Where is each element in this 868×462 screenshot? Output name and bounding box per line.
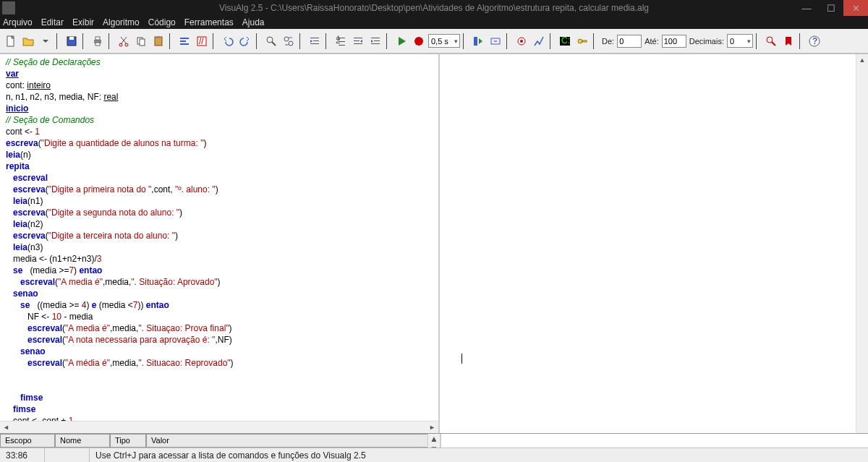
new-file-icon[interactable] [3, 33, 19, 49]
step-icon[interactable] [470, 33, 486, 49]
col-nome[interactable]: Nome [55, 434, 110, 448]
status-hint: Use Ctrl+J para acessar a lista de coman… [90, 448, 868, 462]
vartable-scrollbar[interactable]: ▲▼ [427, 434, 440, 448]
editor-pane: // Seção de Declarações var cont: inteir… [0, 54, 440, 433]
window-controls: — ☐ ✕ [794, 0, 868, 16]
svg-rect-14 [180, 43, 189, 45]
status-cell-2 [45, 448, 90, 462]
run-icon[interactable] [393, 33, 409, 49]
output-pane[interactable]: ▲ [440, 54, 868, 433]
svg-rect-28 [339, 45, 345, 46]
menu-exibir[interactable]: Exibir [72, 17, 94, 27]
delay-combo[interactable]: 0,5 s [428, 34, 460, 48]
svg-rect-33 [374, 40, 380, 41]
titlebar: VisuAlg 2.5 - C:\Users\RaissaHonorato\De… [0, 0, 868, 16]
menu-codigo[interactable]: Código [148, 17, 176, 27]
svg-rect-11 [157, 36, 160, 38]
dos-window-icon[interactable]: C: [557, 33, 573, 49]
svg-text:?: ? [812, 36, 817, 46]
output-v-scrollbar[interactable]: ▲ [856, 54, 868, 433]
col-escopo[interactable]: Escopo [0, 434, 55, 448]
svg-rect-27 [339, 41, 345, 42]
undo-icon[interactable] [220, 33, 236, 49]
minimize-button[interactable]: — [794, 0, 819, 16]
svg-point-42 [578, 39, 582, 43]
svg-rect-36 [474, 37, 477, 46]
vartable-right-gap [440, 434, 868, 448]
col-valor[interactable]: Valor [146, 434, 427, 448]
key-icon[interactable] [574, 33, 590, 49]
open-file-icon[interactable] [20, 33, 36, 49]
svg-text://: // [199, 36, 204, 46]
svg-point-35 [414, 37, 423, 46]
save-icon[interactable] [64, 33, 80, 49]
svg-point-20 [289, 41, 293, 46]
breakpoint-icon[interactable] [514, 33, 529, 49]
col-tipo[interactable]: Tipo [110, 434, 146, 448]
editor-h-scrollbar[interactable]: ◄► [0, 421, 438, 433]
svg-rect-21 [310, 38, 319, 38]
comment-icon[interactable]: // [194, 33, 210, 49]
svg-rect-2 [69, 37, 74, 40]
label-de: De: [602, 37, 614, 46]
output-cursor [461, 354, 462, 364]
svg-point-44 [767, 37, 773, 43]
svg-point-39 [520, 40, 523, 43]
svg-line-18 [272, 42, 276, 46]
help-icon[interactable]: ? [807, 33, 822, 49]
svg-rect-32 [371, 38, 380, 38]
paste-icon[interactable] [150, 33, 166, 49]
menubar: Arquivo Editar Exibir Algoritmo Código F… [0, 16, 868, 29]
variable-table: Escopo Nome Tipo Valor ▲▼ [0, 433, 868, 448]
stop-icon[interactable] [411, 33, 427, 49]
toolbar: // 12 0,5 s C: De: Até: Decimais: 0 ? [0, 29, 868, 54]
svg-rect-30 [354, 40, 359, 41]
label-ate: Até: [644, 37, 659, 46]
format-icon[interactable] [176, 33, 192, 49]
outdent-icon[interactable] [350, 33, 366, 49]
indent-icon[interactable] [367, 33, 383, 49]
menu-ajuda[interactable]: Ajuda [242, 17, 265, 27]
svg-rect-4 [95, 37, 100, 40]
print-icon[interactable] [90, 33, 106, 49]
main-area: // Seção de Declarações var cont: inteir… [0, 54, 868, 433]
svg-rect-12 [180, 38, 189, 39]
trace-icon[interactable] [531, 33, 547, 49]
bookmark-icon[interactable] [780, 33, 796, 49]
svg-rect-26 [339, 38, 345, 38]
copy-icon[interactable] [133, 33, 149, 49]
indent-right-icon[interactable] [307, 33, 323, 49]
dropdown-icon[interactable] [38, 33, 54, 49]
svg-rect-29 [354, 38, 362, 38]
menu-ferramentas[interactable]: Ferramentas [184, 17, 234, 27]
svg-point-17 [267, 37, 273, 43]
zoom-icon[interactable] [763, 33, 779, 49]
svg-point-19 [284, 37, 289, 41]
app-icon [2, 1, 15, 14]
input-de[interactable] [617, 35, 642, 48]
svg-text:2: 2 [336, 35, 341, 46]
svg-text:C:: C: [561, 35, 570, 46]
numbered-list-icon[interactable]: 12 [333, 33, 349, 49]
input-ate[interactable] [662, 35, 686, 48]
code-editor[interactable]: // Seção de Declarações var cont: inteir… [0, 54, 438, 421]
close-button[interactable]: ✕ [843, 0, 868, 16]
menu-arquivo[interactable]: Arquivo [3, 17, 33, 27]
svg-rect-34 [371, 43, 380, 44]
redo-icon[interactable] [237, 33, 253, 49]
input-decimais[interactable]: 0 [727, 34, 753, 48]
window-title: VisuAlg 2.5 - C:\Users\RaissaHonorato\De… [219, 3, 649, 13]
replace-icon[interactable] [281, 33, 297, 49]
step-over-icon[interactable] [488, 33, 503, 49]
svg-rect-23 [310, 43, 319, 44]
cut-icon[interactable] [116, 33, 132, 49]
find-icon[interactable] [263, 33, 279, 49]
svg-rect-5 [95, 43, 100, 46]
menu-algoritmo[interactable]: Algoritmo [103, 17, 140, 27]
statusbar: 33:86 Use Ctrl+J para acessar a lista de… [0, 448, 868, 462]
svg-rect-9 [140, 39, 145, 46]
maximize-button[interactable]: ☐ [819, 0, 843, 16]
menu-editar[interactable]: Editar [41, 17, 64, 27]
svg-line-45 [772, 42, 775, 46]
svg-rect-13 [180, 40, 186, 42]
